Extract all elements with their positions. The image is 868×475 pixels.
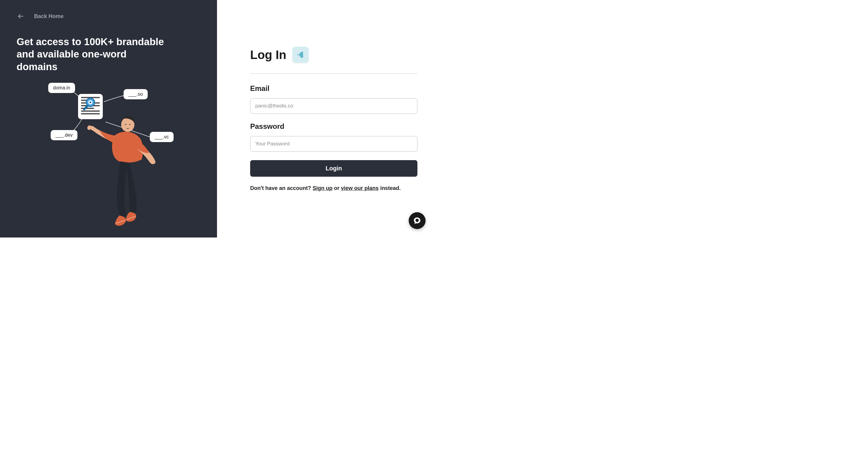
- arrow-left-icon: [17, 12, 25, 21]
- svg-point-6: [415, 219, 419, 222]
- footer-mid: or: [333, 185, 341, 191]
- magnifier-icon: [82, 96, 97, 112]
- login-title: Log In: [250, 48, 286, 62]
- password-field[interactable]: [250, 136, 417, 152]
- password-label: Password: [250, 122, 417, 131]
- view-plans-link[interactable]: view our plans: [341, 185, 378, 191]
- login-header: Log In: [250, 47, 417, 74]
- login-panel: Log In Email Password Login Don't have a…: [217, 0, 434, 238]
- sign-up-link[interactable]: Sign up: [313, 185, 333, 191]
- back-home-label: Back Home: [34, 13, 64, 20]
- back-home-link[interactable]: Back Home: [17, 12, 200, 21]
- chat-widget-button[interactable]: [409, 212, 426, 229]
- chat-bubble-icon: [413, 217, 421, 225]
- hero-panel: Back Home Get access to 100K+ brandable …: [0, 0, 217, 238]
- email-label: Email: [250, 84, 417, 93]
- signup-prompt: Don't have an account? Sign up or view o…: [250, 185, 417, 192]
- login-button[interactable]: Login: [250, 160, 417, 177]
- login-door-icon: [297, 51, 304, 59]
- hero-illustration: doma.in ___.so ___.dev ___.vc: [36, 78, 181, 229]
- svg-rect-3: [83, 104, 89, 111]
- hero-headline: Get access to 100K+ brandable and availa…: [17, 36, 167, 73]
- footer-prefix: Don't have an account?: [250, 185, 313, 191]
- person-illustration: [84, 114, 157, 229]
- domain-bubble: ___.so: [124, 89, 148, 99]
- domain-bubble: doma.in: [48, 83, 75, 93]
- svg-point-2: [90, 101, 91, 103]
- email-field[interactable]: [250, 98, 417, 114]
- footer-suffix: instead.: [378, 185, 401, 191]
- login-icon: [292, 47, 309, 63]
- domain-bubble: ___.dev: [51, 130, 78, 140]
